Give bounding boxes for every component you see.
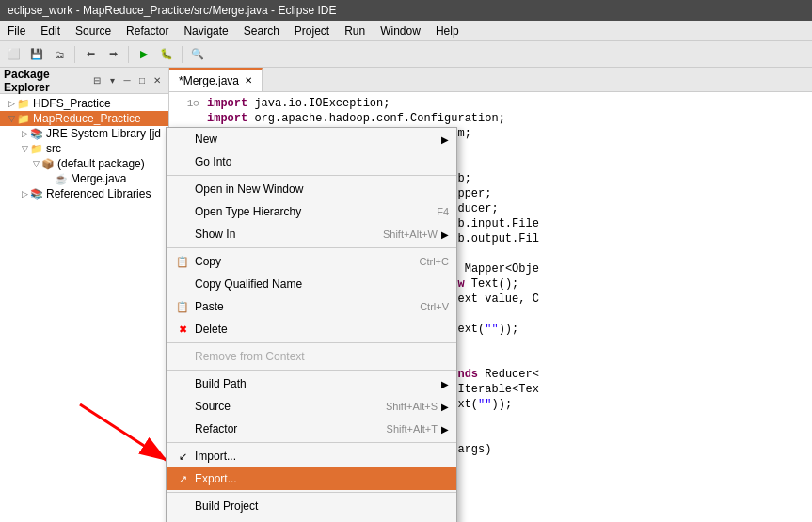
toolbar-search-btn[interactable]: 🔍 (187, 44, 208, 65)
package-explorer-title: Package Explorer (4, 68, 89, 94)
tab-merge-label: *Merge.java (179, 74, 239, 87)
cm-export-icon: ↗ (174, 471, 191, 486)
tab-merge-java[interactable]: *Merge.java ✕ (169, 68, 263, 91)
cm-refresh[interactable]: 🔄 Refresh F5 (167, 517, 456, 522)
cm-refactor-arrow: ▶ (441, 424, 449, 435)
cm-open-type-hierarchy-shortcut: F4 (437, 206, 449, 217)
label-mapreduce: MapReduce_Practice (33, 112, 141, 125)
pe-min-btn[interactable]: ─ (119, 73, 135, 88)
cm-export[interactable]: ↗ Export... (167, 467, 456, 490)
label-merge: Merge.java (71, 172, 126, 185)
toggle-hdfs: ▷ (6, 99, 17, 108)
cm-new-arrow: ▶ (441, 134, 449, 145)
cm-new-icon (174, 132, 191, 147)
cm-sep3 (167, 342, 456, 343)
tree-item-merge[interactable]: ☕ Merge.java (0, 171, 168, 186)
cm-sep2 (167, 247, 456, 248)
cm-open-type-hierarchy[interactable]: Open Type Hierarchy F4 (167, 200, 456, 223)
title-bar: eclipse_work - MapReduce_Practice/src/Me… (0, 0, 812, 21)
cm-paste[interactable]: 📋 Paste Ctrl+V (167, 295, 456, 318)
cm-import-label: Import... (195, 450, 449, 463)
label-jre: JRE System Library [jd (46, 127, 161, 140)
icon-default-pkg: 📦 (41, 158, 55, 170)
menu-window[interactable]: Window (373, 21, 428, 40)
cm-new[interactable]: New ▶ (167, 128, 456, 150)
cm-paste-label: Paste (195, 300, 420, 313)
cm-go-into-icon (174, 154, 191, 169)
icon-mapreduce: 📁 (17, 113, 30, 125)
cm-refactor[interactable]: Refactor Shift+Alt+T ▶ (167, 418, 456, 440)
menu-file[interactable]: File (0, 21, 33, 40)
menu-source[interactable]: Source (68, 21, 119, 40)
toolbar-run-btn[interactable]: ▶ (134, 44, 154, 65)
cm-source-icon (174, 399, 191, 414)
tab-close-icon[interactable]: ✕ (245, 75, 252, 86)
menu-navigate[interactable]: Navigate (176, 21, 235, 40)
cm-build-path-icon (174, 376, 191, 391)
cm-show-in[interactable]: Show In Shift+Alt+W ▶ (167, 223, 456, 245)
toolbar-new-btn[interactable]: ⬜ (4, 44, 24, 65)
cm-build-path[interactable]: Build Path ▶ (167, 372, 456, 395)
pe-menu-btn[interactable]: ▾ (104, 73, 119, 88)
toggle-reflibr: ▷ (19, 189, 30, 198)
menu-run[interactable]: Run (337, 21, 373, 40)
toolbar-save-btn[interactable]: 💾 (26, 44, 47, 65)
title-text: eclipse_work - MapReduce_Practice/src/Me… (8, 4, 336, 17)
package-explorer-tree: ▷ 📁 HDFS_Practice ▽ 📁 MapReduce_Practice… (0, 94, 168, 522)
cm-sep6 (167, 492, 456, 493)
toggle-jre: ▷ (19, 129, 30, 138)
pe-collapse-btn[interactable]: ⊟ (89, 73, 104, 88)
cm-build-project[interactable]: Build Project (167, 495, 456, 517)
label-reflibr: Referenced Libraries (46, 187, 151, 200)
tree-item-mapreduce[interactable]: ▽ 📁 MapReduce_Practice (0, 111, 168, 126)
cm-refactor-label: Refactor (195, 422, 387, 435)
cm-import[interactable]: ↙ Import... (167, 445, 456, 467)
code-line-3: import org.apache.hadoop.conf.Configurat… (169, 111, 812, 126)
cm-go-into-label: Go Into (195, 155, 449, 168)
cm-copy-qualified[interactable]: Copy Qualified Name (167, 273, 456, 295)
tree-item-hdfs[interactable]: ▷ 📁 HDFS_Practice (0, 96, 168, 111)
pe-max-btn[interactable]: □ (135, 73, 150, 88)
cm-sep4 (167, 370, 456, 371)
cm-open-new-window-label: Open in New Window (195, 182, 449, 196)
cm-delete[interactable]: ✖ Delete (167, 318, 456, 340)
tree-item-default-pkg[interactable]: ▽ 📦 (default package) (0, 156, 168, 171)
tree-item-reflibr[interactable]: ▷ 📚 Referenced Libraries (0, 186, 168, 201)
menu-help[interactable]: Help (428, 21, 467, 40)
cm-source[interactable]: Source Shift+Alt+S ▶ (167, 395, 456, 418)
cm-import-icon: ↙ (174, 449, 191, 464)
toggle-mapreduce: ▽ (6, 114, 17, 123)
cm-open-new-window[interactable]: Open in New Window (167, 178, 456, 200)
tree-item-src[interactable]: ▽ 📁 src (0, 141, 168, 156)
cm-go-into[interactable]: Go Into (167, 150, 456, 173)
tree-item-jre[interactable]: ▷ 📚 JRE System Library [jd (0, 126, 168, 141)
cm-build-project-label: Build Project (195, 499, 449, 513)
menu-search[interactable]: Search (236, 21, 287, 40)
editor-tabs: *Merge.java ✕ (169, 68, 812, 92)
menu-bar: File Edit Source Refactor Navigate Searc… (0, 21, 812, 41)
toolbar-debug-btn[interactable]: 🐛 (156, 44, 177, 65)
menu-edit[interactable]: Edit (33, 21, 68, 40)
toggle-src: ▽ (19, 144, 30, 153)
pe-close-btn[interactable]: ✕ (150, 73, 165, 88)
context-menu: New ▶ Go Into Open in New Window Open Ty… (166, 127, 457, 522)
toolbar-btn3[interactable]: ⬅ (80, 44, 101, 65)
cm-build-project-icon (174, 498, 191, 514)
cm-sep1 (167, 175, 456, 176)
cm-remove-context-label: Remove from Context (195, 350, 449, 363)
cm-copy[interactable]: 📋 Copy Ctrl+C (167, 250, 456, 273)
cm-remove-context: Remove from Context (167, 345, 456, 368)
menu-refactor[interactable]: Refactor (119, 21, 176, 40)
cm-build-path-arrow: ▶ (441, 379, 449, 389)
toolbar-btn4[interactable]: ➡ (103, 44, 123, 65)
label-src: src (46, 142, 61, 155)
toolbar-sep3 (182, 46, 183, 63)
menu-project[interactable]: Project (287, 21, 337, 40)
icon-hdfs: 📁 (17, 98, 30, 110)
cm-new-label: New (195, 133, 438, 146)
cm-export-label: Export... (195, 472, 449, 485)
toolbar-save-all-btn[interactable]: 🗂 (49, 44, 70, 65)
cm-show-in-label: Show In (195, 228, 383, 241)
cm-delete-label: Delete (195, 323, 449, 336)
cm-copy-icon: 📋 (174, 254, 191, 269)
